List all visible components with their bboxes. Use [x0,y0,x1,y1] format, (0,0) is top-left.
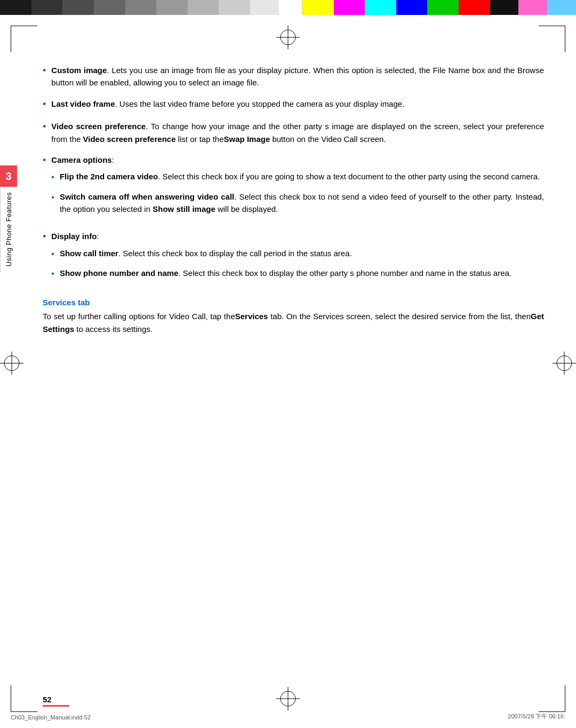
color-swatch-yellow [302,0,334,15]
footer-right: 2007/5/28 下午 06:16: [508,713,565,721]
sub-bullet-dot-3: • [51,248,54,261]
color-swatch-pink [518,0,547,15]
switch-camera-text2: will be displayed. [215,204,278,213]
sub-list-item-call-timer: • Show call timer. Select this check box… [51,247,544,261]
sub-bullet-dot-1: • [51,171,54,184]
show-call-timer-text: . Select this check box to display the c… [118,249,352,258]
sub-bullet-dot-4: • [51,267,54,281]
color-swatch-magenta [334,0,365,15]
bullet-dot-1: • [43,64,46,78]
video-screen-pref-bold2: Video screen preference [83,134,176,144]
video-screen-pref-text3: button on the Video Call screen. [270,134,386,144]
page-number-container: 52 [43,695,69,707]
list-item-camera-options: • Camera options: • Flip the 2nd camera … [43,154,544,222]
custom-image-bold: Custom image [51,66,107,75]
sub-bullet-content-switch: Switch camera off when answering video c… [60,191,544,216]
color-swatch-black [490,0,519,15]
services-desc-text2: tab. On the Services screen, select the … [268,312,531,321]
bullet-list: • Custom image. Lets you use an image fr… [43,64,544,287]
border-corner-bottom-right [539,685,565,712]
crosshair-right [553,352,576,377]
video-screen-pref-bold: Video screen preference [51,122,146,131]
color-swatch-2 [31,0,63,15]
list-item-custom-image: • Custom image. Lets you use an image fr… [43,64,544,89]
color-swatch-1 [0,0,31,15]
border-corner-top-right [539,26,565,52]
color-swatch-blue [396,0,428,15]
services-tab-heading: Services tab [43,298,544,307]
show-call-timer-bold: Show call timer [60,249,118,258]
video-screen-pref-text2: list or tap the [175,134,223,144]
bullet-content-video-screen-pref: Video screen preference. To change how y… [51,120,544,145]
switch-camera-bold: Switch camera off when answering video c… [60,192,234,201]
bullet-content-camera-options: Camera options: • Flip the 2nd camera vi… [51,154,544,222]
chapter-tab: 3 Using Phone Features [0,165,17,272]
chapter-number: 3 [0,165,17,187]
show-still-image-bold: Show still image [153,204,215,213]
sub-list-item-flip-camera: • Flip the 2nd camera video. Select this… [51,170,544,184]
color-bar [0,0,576,15]
crosshair-top [276,26,300,51]
last-video-frame-text: . Uses the last video frame before you s… [115,99,405,108]
bullet-dot-3: • [43,120,46,134]
sub-bullet-content-phone-number: Show phone number and name. Select this … [60,267,544,279]
page-number-underline [43,705,69,707]
color-swatch-4 [94,0,125,15]
services-desc-text4: to access its settings. [74,325,153,334]
camera-options-sub-list: • Flip the 2nd camera video. Select this… [51,170,544,215]
bullet-dot-2: • [43,97,46,112]
page-number: 52 [43,695,52,704]
display-info-bold: Display info [51,232,97,241]
list-item-video-screen-pref: • Video screen preference. To change how… [43,120,544,145]
color-swatch-9 [250,0,279,15]
color-swatch-white [279,0,302,15]
services-section: Services tab To set up further calling o… [43,298,544,335]
display-info-sub-list: • Show call timer. Select this check box… [51,247,544,281]
sub-list-item-phone-number: • Show phone number and name. Select thi… [51,267,544,281]
color-swatch-3 [62,0,94,15]
list-item-display-info: • Display info: • Show call timer. Selec… [43,230,544,287]
services-bold: Services [235,312,268,321]
swap-image-bold: Swap Image [224,134,270,144]
footer-left: Ch03_English_Manual.indd 52 [11,714,91,721]
bullet-dot-5: • [43,230,46,244]
color-swatch-cyan [365,0,396,15]
sub-list-item-switch-camera: • Switch camera off when answering video… [51,191,544,216]
display-info-colon: : [97,232,99,241]
color-swatch-red [459,0,490,15]
list-item-last-video-frame: • Last video frame. Uses the last video … [43,98,544,112]
camera-options-bold: Camera options [51,155,111,164]
services-desc-text1: To set up further calling options for Vi… [43,312,235,321]
sub-bullet-content-call-timer: Show call timer. Select this check box t… [60,247,544,259]
show-phone-number-bold: Show phone number and name [60,268,179,278]
sub-bullet-dot-2: • [51,191,54,204]
custom-image-text: . Lets you use an image from file as you… [51,66,544,87]
flip-camera-bold: Flip the 2nd camera video [60,172,158,181]
show-phone-number-text: . Select this check box to display the o… [178,268,511,278]
bullet-content-display-info: Display info: • Show call timer. Select … [51,230,544,287]
color-swatch-green [427,0,459,15]
bullet-dot-4: • [43,153,46,168]
sub-bullet-content-flip: Flip the 2nd camera video. Select this c… [60,170,544,183]
main-content: • Custom image. Lets you use an image fr… [43,64,544,675]
color-swatch-7 [188,0,219,15]
color-swatch-5 [125,0,157,15]
settings-bold: Settings [43,325,74,334]
color-swatch-8 [219,0,250,15]
services-description: To set up further calling options for Vi… [43,310,544,335]
bullet-content-last-video-frame: Last video frame. Uses the last video fr… [51,98,544,110]
color-swatch-lightblue [547,0,576,15]
flip-camera-text: . Select this check box if you are going… [158,172,540,181]
crosshair-left [0,352,23,377]
camera-options-colon: : [112,155,114,164]
border-corner-bottom-left [11,685,37,712]
border-corner-top-left [11,26,37,52]
color-swatch-6 [156,0,188,15]
chapter-title: Using Phone Features [0,187,17,272]
last-video-frame-bold: Last video frame [51,99,115,108]
crosshair-bottom [276,687,300,712]
bullet-content-custom-image: Custom image. Lets you use an image from… [51,64,544,89]
get-bold: Get [531,312,544,321]
